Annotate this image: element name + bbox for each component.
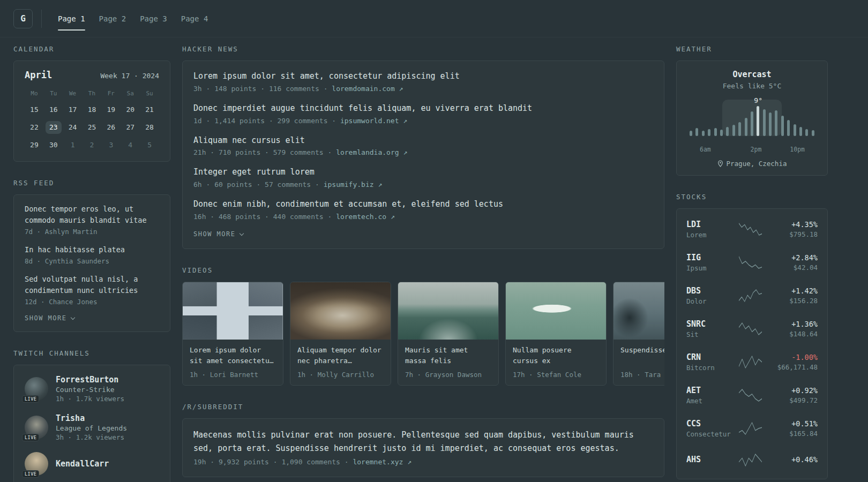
stock-row[interactable]: LDI Lorem +4.35% $795.18 [685,213,819,246]
reddit-post-age: 19h [193,458,206,466]
channel-meta: 3h 1.2k viewers [56,433,127,441]
stock-row[interactable]: DBS Dolor +1.42% $156.28 [685,279,819,312]
twitch-channel[interactable]: LIVE KendallCarr [25,452,159,476]
tab-page-1[interactable]: Page 1 [58,0,85,37]
hn-item-title[interactable]: Donec imperdiet augue tincidunt felis al… [193,103,653,115]
stock-row[interactable]: AET Amet +0.92% $499.72 [685,379,819,412]
reddit-post-title[interactable]: Maecenas mollis pulvinar erat non posuer… [193,428,653,455]
hn-item-points: 60 points [206,180,252,189]
calendar-day-selected: 23 [46,121,62,134]
calendar-day-next-month: 3 [101,139,121,152]
rss-item: In hac habitasse platea 8d Cynthia Saund… [25,244,159,265]
stock-name: Consectetur [686,430,734,438]
twitch-channel[interactable]: LIVE Trisha League of Legends 3h 1.2k vi… [25,413,159,441]
video-age: 1h [297,371,305,379]
calendar-grid: Mo Tu We Th Fr Sa Su 15 16 17 18 19 20 2… [25,89,159,152]
hn-item: Donec enim nibh, condimentum et accumsan… [193,199,653,221]
rss-item-title[interactable]: In hac habitasse platea [25,244,159,255]
hn-item-domain-link[interactable]: loremtech.co ↗ [327,213,394,221]
twitch-header: TWITCH CHANNELS [13,349,170,357]
rss-show-more-button[interactable]: SHOW MORE [25,314,159,322]
calendar-day: 22 [25,121,44,134]
hn-item-age: 6h [193,180,202,189]
external-link-icon: ↗ [403,148,407,156]
stock-row[interactable]: IIG Ipsum +2.84% $42.04 [685,246,819,279]
video-card[interactable]: Suspendisse diam 18h Tara [613,282,664,386]
hn-item-comments: 116 comments [260,85,319,93]
calendar-day-next-month: 2 [83,139,102,152]
video-age: 7h [405,371,413,379]
stock-row[interactable]: AHS +0.46% [685,445,819,475]
external-link-icon: ↗ [403,117,407,125]
stream-uptime: 3h [56,433,64,441]
hn-item-points: 710 points [210,148,260,156]
hacker-news-card: Lorem ipsum dolor sit amet, consectetur … [182,61,664,249]
calendar-day: 19 [101,103,121,116]
rss-item-author: Ashlyn Martin [37,228,98,236]
rss-item-title[interactable]: Sed volutpat nulla nisl, a condimentum n… [25,274,159,296]
stock-name: Bitcorn [686,364,734,372]
rss-item-title[interactable]: Donec tempor eros leo, ut commodo mauris… [25,204,159,226]
video-card[interactable]: Mauris sit amet massa felis 7h Grayson D… [398,282,499,386]
hn-item-domain-link[interactable]: ipsumify.biz ↗ [315,180,382,189]
calendar-day: 15 [25,103,44,116]
weather-card: Overcast Feels like 5°C 9° 6am 2pm 10pm … [676,61,828,176]
hn-item-domain-link[interactable]: loremlandia.org ↗ [327,148,407,156]
stock-row[interactable]: CCS Consectetur +0.51% $165.84 [685,412,819,445]
calendar-day: 27 [121,121,140,134]
calendar-day: 30 [44,139,63,152]
rss-widget: RSS FEED Donec tempor eros leo, ut commo… [13,179,170,332]
video-author: Molly Carrillo [310,371,374,379]
hn-item-meta: 21h 710 points 579 comments loremlandia.… [193,148,653,156]
rss-item-author: Chance Jones [41,298,97,306]
tab-page-2[interactable]: Page 2 [99,0,126,37]
hn-item-meta: 1d 1,414 points 299 comments ipsumworld.… [193,117,653,125]
stock-row[interactable]: CRN Bitcorn -1.00% $66,171.48 [685,345,819,379]
hn-item-domain-link[interactable]: ipsumworld.net ↗ [332,117,407,125]
weather-hourly-chart: 9° [690,96,814,146]
twitch-card: LIVE ForrestBurton Counter-Strike 1h 1.7… [13,365,170,482]
stock-ticker: IIG [686,253,734,262]
calendar-day: 16 [44,103,63,116]
reddit-post-domain-link[interactable]: loremnet.xyz ↗ [345,458,411,466]
video-thumbnail [506,282,606,340]
hn-item-title[interactable]: Donec enim nibh, condimentum et accumsan… [193,199,653,210]
hn-item-domain-link[interactable]: loremdomain.com ↗ [324,85,403,93]
stock-price: $148.64 [767,330,818,338]
hn-item-title[interactable]: Integer eget rutrum lorem [193,167,653,178]
tab-page-3[interactable]: Page 3 [140,0,167,37]
stock-sparkline [739,354,762,370]
channel-name: Trisha [56,413,127,423]
time-label: 2pm [751,146,762,153]
video-title: Lorem ipsum dolor sit amet consectetu… [190,345,276,367]
weather-condition: Overcast [685,70,819,79]
calendar-card: April Week 17 · 2024 Mo Tu We Th Fr Sa S… [13,61,170,162]
video-card[interactable]: Lorem ipsum dolor sit amet consectetu… 1… [182,282,283,386]
stock-change: +1.42% [767,287,818,295]
chevron-down-icon [239,231,243,236]
video-author: Lori Barnett [202,371,258,379]
dow-label: Mo [25,89,44,99]
video-card[interactable]: Aliquam tempor dolor nec pharetra… 1h Mo… [290,282,391,386]
weather-feels-like: Feels like 5°C [685,82,819,90]
calendar-week-label: Week 17 · 2024 [100,72,159,80]
hn-item-title[interactable]: Aliquam nec cursus elit [193,135,653,147]
hn-item-title[interactable]: Lorem ipsum dolor sit amet, consectetur … [193,71,653,82]
twitch-channel[interactable]: LIVE ForrestBurton Counter-Strike 1h 1.7… [25,375,159,403]
video-title: Aliquam tempor dolor nec pharetra… [297,345,384,367]
hn-show-more-button[interactable]: SHOW MORE [193,230,653,238]
video-thumbnail [290,282,391,340]
video-author: Stefan Cole [529,371,581,379]
hn-item-points: 148 points [206,85,256,93]
reddit-post: Maecenas mollis pulvinar erat non posuer… [193,428,653,466]
channel-meta: 1h 1.7k viewers [56,395,124,403]
video-card[interactable]: Nullam posuere cursus ex 17h Stefan Cole [505,282,607,386]
stock-ticker: SNRC [686,319,734,329]
stock-row[interactable]: SNRC Sit +1.36% $148.64 [685,312,819,345]
tab-page-4[interactable]: Page 4 [181,0,208,37]
dow-label: Th [83,89,102,99]
rss-item-age: 7d [25,228,33,236]
dow-label: Sa [121,89,140,99]
dashboard-columns: CALENDAR April Week 17 · 2024 Mo Tu We T… [0,37,868,482]
channel-avatar: LIVE [25,377,48,401]
